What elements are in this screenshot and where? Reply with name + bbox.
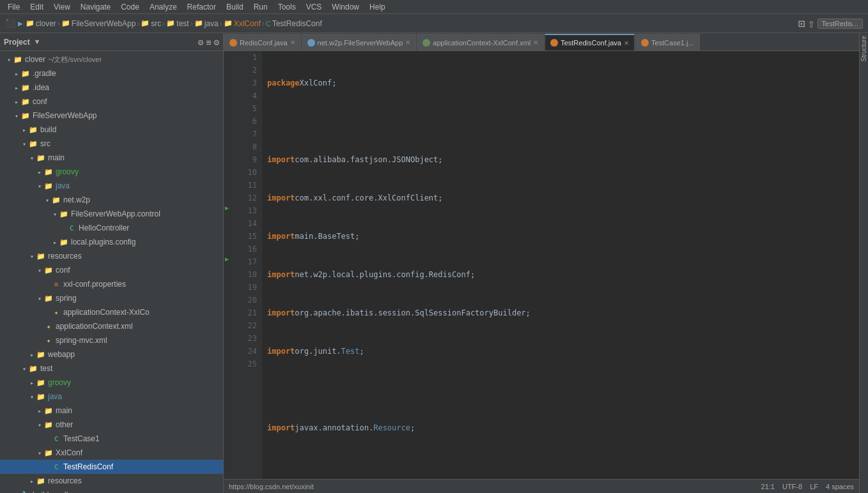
tab-appctx-xml[interactable]: applicationContext-XxlConf.xml ✕ bbox=[417, 34, 544, 50]
tab-close-btn[interactable]: ✕ bbox=[624, 40, 629, 47]
sidebar-item-resources-test[interactable]: ▸ 📁 resources bbox=[0, 474, 223, 488]
menu-edit[interactable]: Edit bbox=[25, 3, 49, 11]
expand-arrow[interactable]: ▾ bbox=[20, 365, 28, 372]
expand-arrow[interactable]: ▾ bbox=[28, 393, 36, 400]
breadcrumb-java[interactable]: java bbox=[205, 19, 219, 28]
sidebar-item-build[interactable]: ▸ 📁 build bbox=[0, 123, 223, 137]
sidebar-item-main-test[interactable]: ▸ 📁 main bbox=[0, 404, 223, 418]
expand-arrow[interactable]: ▸ bbox=[13, 98, 20, 105]
tab-close-btn[interactable]: ✕ bbox=[405, 39, 410, 46]
menu-navigate[interactable]: Navigate bbox=[75, 3, 116, 11]
toolbar-layout-icon[interactable]: ⇧ bbox=[808, 17, 815, 30]
expand-arrow[interactable]: ▸ bbox=[28, 351, 36, 358]
expand-arrow[interactable]: ▾ bbox=[36, 295, 43, 302]
tab-close-btn[interactable]: ✕ bbox=[533, 39, 538, 46]
breadcrumb-clover[interactable]: clover bbox=[36, 19, 56, 28]
breadcrumb-src[interactable]: src bbox=[151, 19, 161, 28]
breadcrumb-xxlconf[interactable]: XxlConf bbox=[234, 19, 261, 28]
sidebar-item-appctx-xxlco[interactable]: ▸ ✦ applicationContext-XxlCo bbox=[0, 305, 223, 319]
sidebar-item-conf[interactable]: ▸ 📁 conf bbox=[0, 95, 223, 109]
expand-arrow[interactable]: ▾ bbox=[36, 450, 43, 457]
sidebar-item-clover[interactable]: ▾ 📁 clover ~/文档/svn/clover bbox=[0, 52, 223, 66]
expand-arrow[interactable]: ▾ bbox=[5, 56, 13, 63]
menu-refactor[interactable]: Refactor bbox=[182, 3, 221, 11]
tab-testcase1[interactable]: TestCase1.j... bbox=[635, 34, 700, 50]
expand-arrow[interactable]: ▾ bbox=[28, 155, 36, 162]
sidebar-item-java[interactable]: ▾ 📁 java bbox=[0, 179, 223, 193]
expand-arrow[interactable]: ▸ bbox=[13, 84, 20, 91]
code-editor[interactable]: ▶ ▶ 1 2 3 4 5 6 7 8 9 10 11 12 13 14 15 … bbox=[224, 51, 859, 479]
expand-arrow[interactable]: ▸ bbox=[20, 126, 28, 133]
run-config-button[interactable]: TestRedis... bbox=[818, 19, 863, 29]
expand-arrow[interactable]: ▸ bbox=[28, 379, 36, 386]
menu-run[interactable]: Run bbox=[249, 3, 273, 11]
expand-arrow[interactable]: ▾ bbox=[51, 211, 59, 218]
toolbar-forward-btn[interactable]: ▶ bbox=[18, 19, 23, 28]
menu-analyze[interactable]: Analyze bbox=[144, 3, 182, 11]
sidebar-item-spring[interactable]: ▾ 📁 spring bbox=[0, 291, 223, 305]
tree-label: net.w2p bbox=[63, 195, 90, 204]
sidebar-item-conf-res[interactable]: ▾ 📁 conf bbox=[0, 263, 223, 277]
sidebar-item-testredisconf[interactable]: ▸ C TestRedisConf bbox=[0, 460, 223, 474]
breadcrumb-fwa[interactable]: FileServerWebApp bbox=[72, 19, 136, 28]
expand-arrow[interactable]: ▾ bbox=[20, 140, 28, 148]
toolbar-back-btn[interactable]: ⬛ bbox=[5, 19, 15, 28]
tab-redisconf[interactable]: RedisConf.java ✕ bbox=[224, 34, 301, 50]
tab-net-w2p[interactable]: net.w2p.FileServerWebApp ✕ bbox=[302, 34, 417, 50]
expand-arrow[interactable]: ▾ bbox=[36, 267, 43, 274]
tab-testredisconf[interactable]: TestRedisConf.java ✕ bbox=[545, 34, 635, 50]
gutter-run-icon-17[interactable]: ▶ bbox=[225, 255, 229, 262]
sidebar-item-xxlconf[interactable]: ▾ 📁 XxlConf bbox=[0, 446, 223, 460]
sidebar-item-main[interactable]: ▾ 📁 main bbox=[0, 151, 223, 165]
sidebar-item-net-w2p[interactable]: ▾ 📁 net.w2p bbox=[0, 193, 223, 207]
sidebar-item-fileserverwebapp[interactable]: ▾ 📁 FileServerWebApp bbox=[0, 109, 223, 123]
line-num-1: 1 bbox=[236, 51, 257, 64]
expand-arrow[interactable]: ▸ bbox=[36, 169, 43, 176]
sidebar-item-spring-mvc[interactable]: ▸ ✦ spring-mvc.xml bbox=[0, 333, 223, 347]
sidebar-dropdown-icon[interactable]: ▼ bbox=[35, 38, 40, 46]
sidebar-item-webapp[interactable]: ▸ 📁 webapp bbox=[0, 347, 223, 361]
menu-file[interactable]: File bbox=[3, 3, 25, 11]
code-content[interactable]: package XxlConf; import com.alibaba.fast… bbox=[262, 51, 859, 479]
sidebar-item-src[interactable]: ▾ 📁 src bbox=[0, 137, 223, 151]
sidebar-item-appctx-xml[interactable]: ▸ ✦ applicationContext.xml bbox=[0, 319, 223, 333]
menu-view[interactable]: View bbox=[49, 3, 75, 11]
sidebar-settings-btn[interactable]: ⚙ bbox=[214, 37, 219, 47]
sidebar-item-idea[interactable]: ▸ 📁 .idea bbox=[0, 80, 223, 95]
tab-close-btn[interactable]: ✕ bbox=[290, 39, 295, 46]
sidebar-collapse-btn[interactable]: ≡ bbox=[206, 37, 211, 47]
sidebar-item-controller-pkg[interactable]: ▾ 📁 FileServerWebApp.control bbox=[0, 207, 223, 221]
menu-help[interactable]: Help bbox=[364, 3, 391, 11]
expand-arrow[interactable]: ▾ bbox=[36, 183, 43, 190]
expand-arrow[interactable]: ▸ bbox=[28, 478, 36, 485]
menu-code[interactable]: Code bbox=[116, 3, 144, 11]
sidebar-item-test[interactable]: ▾ 📁 test bbox=[0, 361, 223, 375]
sidebar-sync-btn[interactable]: ⚙ bbox=[198, 37, 203, 47]
menu-window[interactable]: Window bbox=[327, 3, 364, 11]
breadcrumb-trc[interactable]: TestRedisConf bbox=[272, 19, 322, 28]
sidebar-item-gradle[interactable]: ▸ 📁 .gradle bbox=[0, 66, 223, 80]
sidebar-item-hellocontroller[interactable]: ▸ C HelloController bbox=[0, 221, 223, 235]
menu-tools[interactable]: Tools bbox=[273, 3, 301, 11]
expand-arrow[interactable]: ▾ bbox=[13, 112, 20, 119]
sidebar-item-resources[interactable]: ▾ 📁 resources bbox=[0, 249, 223, 263]
breadcrumb-test[interactable]: test bbox=[176, 19, 189, 28]
expand-arrow[interactable]: ▾ bbox=[28, 253, 36, 260]
menu-vcs[interactable]: VCS bbox=[301, 3, 327, 11]
expand-arrow[interactable]: ▸ bbox=[51, 239, 59, 246]
sidebar-item-java-test[interactable]: ▾ 📁 java bbox=[0, 390, 223, 404]
sidebar-item-build-gradle[interactable]: ▸ 🔧 build.gradle bbox=[0, 488, 223, 493]
sidebar-item-local-plugins[interactable]: ▸ 📁 local.plugins.config bbox=[0, 235, 223, 249]
expand-arrow[interactable]: ▸ bbox=[13, 70, 20, 77]
expand-arrow[interactable]: ▾ bbox=[36, 421, 43, 429]
expand-arrow[interactable]: ▾ bbox=[43, 197, 51, 204]
toolbar-expand-icon[interactable]: ⊡ bbox=[798, 17, 805, 30]
sidebar-item-testcase1[interactable]: ▸ C TestCase1 bbox=[0, 432, 223, 446]
menu-build[interactable]: Build bbox=[221, 3, 249, 11]
expand-arrow[interactable]: ▸ bbox=[36, 407, 43, 414]
sidebar-item-xxl-conf-props[interactable]: ▸ ≡ xxl-conf.properties bbox=[0, 277, 223, 291]
sidebar-item-other[interactable]: ▾ 📁 other bbox=[0, 418, 223, 432]
gutter-run-icon-12[interactable]: ▶ bbox=[225, 204, 229, 211]
sidebar-item-groovy-test[interactable]: ▸ 📁 groovy bbox=[0, 375, 223, 390]
sidebar-item-groovy[interactable]: ▸ 📁 groovy bbox=[0, 165, 223, 179]
